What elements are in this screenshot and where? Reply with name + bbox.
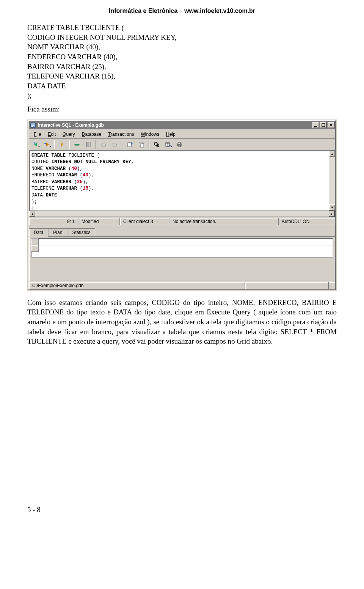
sql-editor[interactable]: CREATE TABLE TBCLIENTE ( CODIGO INTEGER … xyxy=(29,151,335,210)
isql-window: Interactive SQL - Exemplo.gdb File Edit … xyxy=(27,119,337,291)
toolbar-separator xyxy=(149,140,149,149)
stop-icon[interactable] xyxy=(72,140,82,149)
scroll-down-icon[interactable]: ▼ xyxy=(329,204,335,210)
result-grid[interactable] xyxy=(31,238,333,258)
result-tabs: Data Plan Statistics xyxy=(29,226,335,236)
svg-rect-2 xyxy=(31,125,35,126)
open-script-icon[interactable] xyxy=(125,140,135,149)
fica-assim: Fica assim: xyxy=(27,104,337,114)
close-button[interactable] xyxy=(328,122,334,128)
sql-editor-wrap: CREATE TABLE TBCLIENTE ( CODIGO INTEGER … xyxy=(29,151,335,217)
svg-rect-25 xyxy=(178,142,180,144)
grid-row xyxy=(31,245,333,252)
svg-rect-10 xyxy=(75,144,79,145)
minimize-button[interactable] xyxy=(312,122,319,128)
page-header: Informática e Eletrônica – www.infoelet.… xyxy=(27,8,337,14)
svg-rect-3 xyxy=(31,126,33,127)
status-autoddl: AutoDDL: ON xyxy=(278,218,335,225)
svg-rect-21 xyxy=(166,143,169,146)
editor-statusbar: 9: 1 Modified Client dialect 3 No active… xyxy=(29,218,335,225)
toolbar-separator xyxy=(69,140,70,149)
menubar: File Edit Query Database Transactions Wi… xyxy=(29,130,335,139)
menu-database[interactable]: Database xyxy=(78,131,105,138)
grid-row-header xyxy=(31,245,39,252)
toolbar-separator xyxy=(96,140,96,149)
export-results-icon[interactable]: ▾ xyxy=(163,140,173,149)
toolbar: ? ▾ ? ▾ xyxy=(29,139,335,151)
editor-hscroll[interactable]: ◄ ► xyxy=(29,210,335,217)
app-icon xyxy=(30,122,36,128)
window-title: Interactive SQL - Exemplo.gdb xyxy=(38,123,312,128)
toolbar-separator xyxy=(122,140,123,149)
sql-code-block: CREATE TABLE TBCLIENTE ( CODIGO INTEGER … xyxy=(27,23,337,101)
status-modified: Modified xyxy=(78,218,120,225)
undo-icon[interactable] xyxy=(99,140,108,149)
menu-help[interactable]: Help xyxy=(163,131,179,138)
db-path: C:\Exemplo\Exemplo.gdb xyxy=(29,282,245,289)
grid-header-row xyxy=(31,239,333,245)
toolbar-separator xyxy=(54,140,55,149)
find-icon[interactable] xyxy=(152,140,162,149)
menu-query[interactable]: Query xyxy=(59,131,78,138)
scroll-left-icon[interactable]: ◄ xyxy=(29,211,35,217)
svg-rect-17 xyxy=(141,143,144,147)
scroll-up-icon[interactable]: ▲ xyxy=(329,151,335,157)
window-bottombar: C:\Exemplo\Exemplo.gdb xyxy=(29,282,335,289)
svg-rect-1 xyxy=(31,124,35,124)
next-statement-icon[interactable]: ? ▾ xyxy=(42,140,52,149)
print-icon[interactable] xyxy=(174,140,184,149)
resize-grip-icon[interactable] xyxy=(328,282,335,289)
grid-corner xyxy=(31,239,39,245)
tab-plan[interactable]: Plan xyxy=(48,228,67,236)
svg-text:?: ? xyxy=(33,141,35,145)
status-cursor: 9: 1 xyxy=(29,218,78,225)
page-number: 5 - 8 xyxy=(27,506,337,514)
maximize-button[interactable] xyxy=(320,122,327,128)
clear-icon[interactable] xyxy=(83,140,93,149)
menu-transactions[interactable]: Transactions xyxy=(105,131,137,138)
svg-rect-4 xyxy=(314,126,317,127)
explanation-paragraph: Com isso estamos criando seis campos, CO… xyxy=(27,298,337,346)
scroll-right-icon[interactable]: ► xyxy=(329,211,335,217)
menu-windows[interactable]: Windows xyxy=(137,131,163,138)
menu-edit[interactable]: Edit xyxy=(44,131,59,138)
svg-rect-5 xyxy=(322,124,325,127)
svg-rect-15 xyxy=(128,143,132,147)
svg-rect-26 xyxy=(178,145,180,147)
menu-file[interactable]: File xyxy=(30,131,44,138)
bottom-empty xyxy=(245,282,328,289)
tab-data[interactable]: Data xyxy=(29,228,48,237)
tab-statistics[interactable]: Statistics xyxy=(67,228,95,236)
status-transaction: No active transaction. xyxy=(169,218,278,225)
save-script-icon[interactable] xyxy=(136,140,146,149)
editor-vscroll[interactable]: ▲ ▼ xyxy=(329,151,335,210)
prev-statement-icon[interactable]: ? ▾ xyxy=(30,140,40,149)
result-panel xyxy=(29,236,335,281)
titlebar[interactable]: Interactive SQL - Exemplo.gdb xyxy=(29,121,335,129)
execute-query-icon[interactable] xyxy=(57,140,67,149)
redo-icon[interactable] xyxy=(110,140,120,149)
status-dialect: Client dialect 3 xyxy=(120,218,169,225)
svg-text:?: ? xyxy=(44,142,46,146)
